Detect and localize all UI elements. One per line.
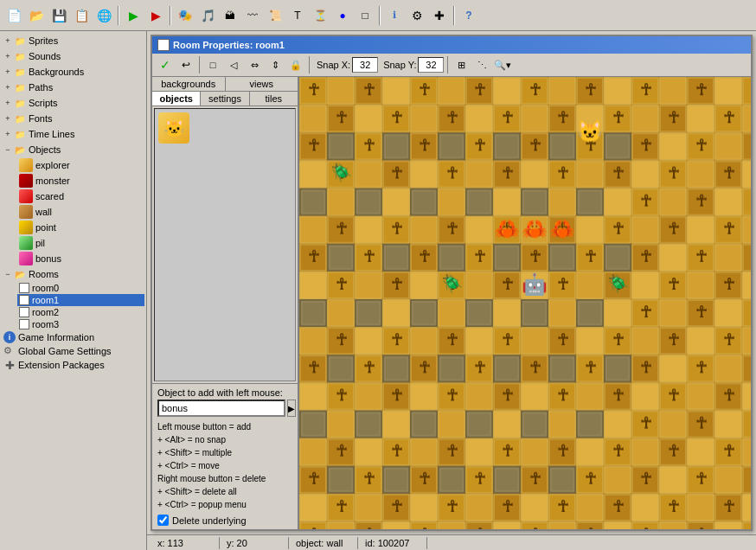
save-button[interactable]: 💾 xyxy=(48,5,69,26)
room-grid-button[interactable]: ⊞ xyxy=(452,55,471,74)
path-button[interactable]: 〰 xyxy=(242,5,263,26)
snap-x-input[interactable] xyxy=(352,57,378,73)
folder-rooms-icon: 📂 xyxy=(13,267,27,281)
room-updown-button[interactable]: ⇕ xyxy=(266,55,285,74)
sidebar-item-scripts-label: Scripts xyxy=(29,98,58,108)
sidebar-item-wall-label: wall xyxy=(35,207,52,217)
folder-backgrounds-icon: 📁 xyxy=(13,65,27,79)
sidebar-item-game-info[interactable]: i Game Information xyxy=(2,330,144,344)
sidebar-item-global-settings[interactable]: ⚙ Global Game Settings xyxy=(2,344,144,358)
background-button[interactable]: 🏔 xyxy=(220,5,240,26)
sidebar-item-rooms[interactable]: − 📂 Rooms xyxy=(2,266,144,282)
checkbox-row: Delete underlying xyxy=(157,515,292,526)
tab-settings[interactable]: settings xyxy=(201,92,249,106)
canvas-area[interactable] xyxy=(299,77,751,529)
room-titlebar: Room Properties: room1 xyxy=(152,36,751,54)
expand-timelines-icon[interactable]: + xyxy=(3,130,12,138)
separator-1 xyxy=(118,6,119,25)
sidebar-item-scripts[interactable]: + 📁 Scripts xyxy=(2,95,144,111)
room-zoom-button[interactable]: 🔍▾ xyxy=(493,55,512,74)
sprite-button[interactable]: 🎭 xyxy=(175,5,195,26)
expand-sprites-icon[interactable]: + xyxy=(3,36,12,45)
sidebar-item-explorer[interactable]: explorer xyxy=(17,157,144,173)
script-button[interactable]: 📜 xyxy=(265,5,285,26)
sidebar-item-explorer-label: explorer xyxy=(35,160,70,170)
room-left-button[interactable]: ◁ xyxy=(224,55,243,74)
room-button[interactable]: □ xyxy=(355,5,375,26)
status-x: x: 113 xyxy=(151,537,220,549)
snap-x-label: Snap X: xyxy=(317,60,350,70)
sidebar-item-monster[interactable]: monster xyxy=(17,173,144,189)
sidebar-item-sounds-label: Sounds xyxy=(29,51,61,61)
sidebar-item-backgrounds[interactable]: + 📁 Backgrounds xyxy=(2,64,144,80)
sidebar-item-fonts[interactable]: + 📁 Fonts xyxy=(2,111,144,126)
sidebar-item-wall[interactable]: wall xyxy=(17,204,144,220)
expand-scripts-icon[interactable]: + xyxy=(3,99,12,107)
expand-fonts-icon[interactable]: + xyxy=(3,114,12,123)
room-content: backgrounds views objects settings tiles… xyxy=(152,77,751,529)
tab-objects[interactable]: objects xyxy=(152,92,201,106)
sidebar-item-bonus[interactable]: bonus xyxy=(17,251,144,266)
sidebar-item-objects[interactable]: − 📂 Objects xyxy=(2,142,144,157)
new-button[interactable]: 📄 xyxy=(3,5,24,26)
expand-backgrounds-icon[interactable]: + xyxy=(3,67,12,76)
help-line5: Right mouse button = delete xyxy=(157,472,292,485)
sound-button[interactable]: 🎵 xyxy=(197,5,218,26)
snap-y-input[interactable] xyxy=(418,57,444,73)
sidebar-item-room2[interactable]: room2 xyxy=(17,306,144,318)
debug-button[interactable]: ▶ xyxy=(145,5,166,26)
game-info-button[interactable]: ℹ xyxy=(384,5,405,26)
tab-backgrounds[interactable]: backgrounds xyxy=(152,77,226,91)
publish-button[interactable]: 🌐 xyxy=(93,5,114,26)
object-button[interactable]: ● xyxy=(332,5,353,26)
sidebar-item-point[interactable]: point xyxy=(17,220,144,235)
ext-packages-button[interactable]: ✚ xyxy=(429,5,450,26)
room-canvas[interactable] xyxy=(299,77,751,529)
tab-tiles[interactable]: tiles xyxy=(250,92,298,106)
object-browse-button[interactable]: ▶ xyxy=(287,400,296,417)
sidebar-item-sprites[interactable]: + 📁 Sprites xyxy=(2,33,144,48)
room-arrows-button[interactable]: ⇔ xyxy=(245,55,264,74)
global-settings-button[interactable]: ⚙ xyxy=(407,5,427,26)
folder-sprites-icon: 📁 xyxy=(13,34,27,48)
tab-row-2: objects settings tiles xyxy=(152,92,298,106)
room-undo-button[interactable]: ↩ xyxy=(176,55,195,74)
expand-paths-icon[interactable]: + xyxy=(3,83,12,92)
expand-rooms-icon[interactable]: − xyxy=(3,270,12,278)
room-empty-button[interactable]: □ xyxy=(203,55,222,74)
sidebar-item-room0[interactable]: room0 xyxy=(17,282,144,294)
room-toolbar-sep1 xyxy=(199,56,200,74)
expand-sounds-icon[interactable]: + xyxy=(3,52,12,61)
sidebar-item-timelines[interactable]: + 📁 Time Lines xyxy=(2,126,144,142)
sidebar-item-pil[interactable]: pil xyxy=(17,235,144,251)
sidebar-item-scared[interactable]: scared xyxy=(17,189,144,204)
expand-objects-icon[interactable]: − xyxy=(3,145,12,154)
object-select-input[interactable] xyxy=(157,400,285,417)
tab-views[interactable]: views xyxy=(226,77,298,91)
sidebar-item-room2-label: room2 xyxy=(32,307,59,317)
sidebar-item-room3[interactable]: room3 xyxy=(17,318,144,330)
font-button[interactable]: T xyxy=(287,5,308,26)
sidebar-item-ext-packages[interactable]: ✚ Extension Packages xyxy=(2,358,144,372)
run-button[interactable]: ▶ xyxy=(123,5,144,26)
pil-sprite-icon xyxy=(19,236,33,250)
sidebar-item-room1[interactable]: room1 xyxy=(17,294,144,306)
snap-y-label: Snap Y: xyxy=(383,60,416,70)
monster-sprite-icon xyxy=(19,174,33,188)
folder-paths-icon: 📁 xyxy=(13,80,27,94)
room-lock-button[interactable]: 🔒 xyxy=(286,55,305,74)
save-as-button[interactable]: 📋 xyxy=(71,5,92,26)
room-isometric-button[interactable]: ⋱ xyxy=(472,55,491,74)
sidebar-item-sounds[interactable]: + 📁 Sounds xyxy=(2,48,144,64)
help-button[interactable]: ? xyxy=(458,5,479,26)
open-button[interactable]: 📂 xyxy=(26,5,47,26)
sub-left-panel: backgrounds views objects settings tiles… xyxy=(152,77,299,529)
delete-underlying-checkbox[interactable] xyxy=(157,515,169,526)
sidebar-item-point-label: point xyxy=(35,222,56,233)
room-window-title: Room Properties: room1 xyxy=(173,40,285,50)
timeline-button[interactable]: ⏳ xyxy=(310,5,330,26)
sidebar-item-paths[interactable]: + 📁 Paths xyxy=(2,80,144,95)
toolbar: 📄 📂 💾 📋 🌐 ▶ ▶ 🎭 🎵 🏔 〰 📜 T ⏳ ● □ ℹ ⚙ ✚ ? xyxy=(0,0,756,31)
room-ok-button[interactable]: ✓ xyxy=(156,55,175,74)
help-line2: + <Alt> = no snap xyxy=(157,433,292,446)
